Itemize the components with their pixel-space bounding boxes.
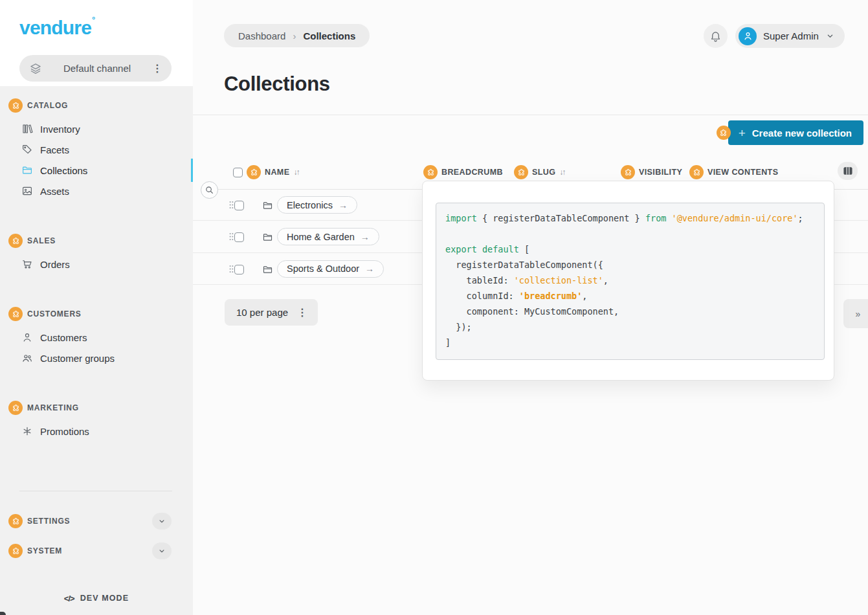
drag-handle-icon[interactable] bbox=[228, 200, 234, 210]
columns-icon bbox=[842, 166, 854, 176]
column-label: BREADCRUMB bbox=[441, 168, 503, 177]
sidebar-item-label: Customers bbox=[40, 332, 87, 343]
per-page-selector[interactable]: 10 per page ⋮ bbox=[225, 299, 318, 326]
sidebar-item-label: Promotions bbox=[40, 426, 89, 437]
orders-icon bbox=[21, 258, 33, 270]
next-page-button[interactable]: » bbox=[843, 299, 868, 328]
kebab-icon: ⋮ bbox=[297, 308, 307, 318]
sidebar-item-facets[interactable]: Facets bbox=[0, 139, 193, 160]
section-label: CUSTOMERS bbox=[27, 309, 82, 319]
code-snippet: import { registerDataTableComponent } fr… bbox=[436, 203, 825, 360]
section-items: Promotions bbox=[0, 421, 193, 442]
section-items: Orders bbox=[0, 254, 193, 274]
header-divider bbox=[193, 115, 868, 115]
sort-icon[interactable]: ↓↑ bbox=[293, 168, 298, 177]
code-token: component: MyCustomComponent, bbox=[445, 306, 619, 317]
dev-mode-code-popover: import { registerDataTableComponent } fr… bbox=[422, 181, 834, 381]
sort-icon[interactable]: ↓↑ bbox=[559, 168, 564, 177]
code-line: columnId: 'breadcrumb', bbox=[445, 288, 815, 304]
code-token: ] bbox=[445, 337, 451, 348]
dev-badge-icon[interactable] bbox=[8, 544, 23, 558]
sidebar-item-label: Inventory bbox=[40, 124, 80, 135]
sidebar-item-collections[interactable]: Collections bbox=[0, 160, 193, 181]
row-checkbox[interactable] bbox=[234, 265, 244, 274]
section-header-customers: CUSTOMERS bbox=[0, 306, 193, 322]
folder-icon bbox=[262, 232, 273, 243]
column-header-slug[interactable]: SLUG↓↑ bbox=[514, 163, 564, 181]
dev-badge-icon[interactable] bbox=[8, 514, 23, 528]
section-label: CATALOG bbox=[27, 101, 68, 110]
chevron-down-icon bbox=[157, 546, 166, 555]
select-all-checkbox[interactable] bbox=[233, 168, 243, 177]
sidebar-section-customers: CUSTOMERSCustomersCustomer groups bbox=[0, 306, 193, 368]
column-header-name[interactable]: NAME↓↑ bbox=[233, 163, 298, 181]
dev-badge-icon[interactable] bbox=[8, 98, 23, 113]
column-settings-button[interactable] bbox=[838, 162, 858, 180]
channel-label: Default channel bbox=[42, 63, 152, 74]
column-header-view-contents[interactable]: VIEW CONTENTS bbox=[689, 163, 778, 181]
assets-icon bbox=[21, 185, 33, 197]
collection-link-electronics[interactable]: Electronics→ bbox=[277, 196, 357, 214]
breadcrumb-collections[interactable]: Collections bbox=[303, 30, 355, 41]
section-header-catalog: CATALOG bbox=[0, 98, 193, 113]
section-label: SYSTEM bbox=[27, 546, 62, 555]
avatar bbox=[739, 27, 757, 45]
drag-handle-icon[interactable] bbox=[228, 232, 234, 241]
vendure-logo[interactable]: vendure° bbox=[19, 17, 95, 39]
sidebar-item-assets[interactable]: Assets bbox=[0, 181, 193, 201]
breadcrumb: Dashboard › Collections bbox=[224, 24, 370, 47]
sidebar-item-promotions[interactable]: Promotions bbox=[0, 421, 193, 442]
promotions-icon bbox=[21, 425, 33, 437]
dev-badge-icon[interactable] bbox=[8, 401, 23, 415]
sidebar-divider bbox=[19, 491, 172, 491]
dev-badge-icon[interactable] bbox=[717, 126, 731, 140]
dev-badge-icon[interactable] bbox=[8, 234, 23, 248]
collection-link-home-garden[interactable]: Home & Garden→ bbox=[277, 228, 379, 245]
column-header-visibility[interactable]: VISIBILITY bbox=[621, 163, 682, 181]
dev-badge-icon[interactable] bbox=[8, 307, 23, 321]
column-label: SLUG bbox=[532, 168, 555, 177]
sidebar-item-orders[interactable]: Orders bbox=[0, 254, 193, 274]
section-header-marketing: MARKETING bbox=[0, 400, 193, 416]
sidebar-section-marketing: MARKETINGPromotions bbox=[0, 400, 193, 442]
sidebar-item-inventory[interactable]: Inventory bbox=[0, 118, 193, 139]
user-menu[interactable]: Super Admin bbox=[735, 24, 845, 48]
expand-section-button[interactable] bbox=[152, 513, 172, 530]
code-line: component: MyCustomComponent, bbox=[445, 304, 815, 319]
column-label: VISIBILITY bbox=[639, 168, 682, 177]
arrow-right-icon: → bbox=[361, 232, 370, 242]
dev-badge-icon[interactable] bbox=[247, 165, 261, 179]
column-label: NAME bbox=[265, 168, 289, 177]
sidebar-item-customers[interactable]: Customers bbox=[0, 327, 193, 348]
code-line: registerDataTableComponent({ bbox=[445, 257, 815, 273]
section-header-system: SYSTEM bbox=[8, 544, 62, 558]
kebab-icon[interactable]: ⋮ bbox=[152, 63, 162, 74]
breadcrumb-dashboard[interactable]: Dashboard bbox=[238, 30, 285, 41]
arrow-right-icon: → bbox=[339, 200, 348, 210]
row-checkbox[interactable] bbox=[234, 201, 244, 210]
code-line: tableId: 'collection-list', bbox=[445, 273, 815, 288]
notifications-button[interactable] bbox=[704, 24, 728, 48]
dev-badge-icon[interactable] bbox=[689, 165, 704, 179]
sidebar-item-customer-groups[interactable]: Customer groups bbox=[0, 348, 193, 368]
dev-mode-toggle[interactable]: </> DEV MODE bbox=[0, 589, 193, 607]
sidebar-section-settings[interactable]: SETTINGS bbox=[0, 511, 193, 531]
dev-badge-icon[interactable] bbox=[621, 165, 635, 179]
drag-handle-icon[interactable] bbox=[228, 264, 234, 274]
search-button[interactable] bbox=[201, 181, 218, 199]
section-items: InventoryFacetsCollectionsAssets bbox=[0, 118, 193, 201]
channel-switcher[interactable]: Default channel ⋮ bbox=[19, 55, 172, 82]
collections-icon bbox=[21, 164, 33, 176]
dev-badge-icon[interactable] bbox=[423, 165, 438, 179]
code-token: '@vendure/admin-ui/core' bbox=[672, 213, 798, 223]
arrow-right-icon: → bbox=[365, 263, 374, 274]
collection-link-sports-outdoor[interactable]: Sports & Outdoor→ bbox=[277, 260, 384, 278]
expand-section-button[interactable] bbox=[152, 542, 172, 559]
sidebar-section-system[interactable]: SYSTEM bbox=[0, 541, 193, 561]
row-checkbox[interactable] bbox=[234, 232, 244, 242]
create-new-collection-button[interactable]: + Create new collection bbox=[728, 120, 863, 145]
layers-icon bbox=[29, 62, 42, 75]
code-token bbox=[477, 244, 482, 254]
column-header-breadcrumb[interactable]: BREADCRUMB bbox=[423, 163, 503, 181]
dev-badge-icon[interactable] bbox=[514, 165, 528, 179]
